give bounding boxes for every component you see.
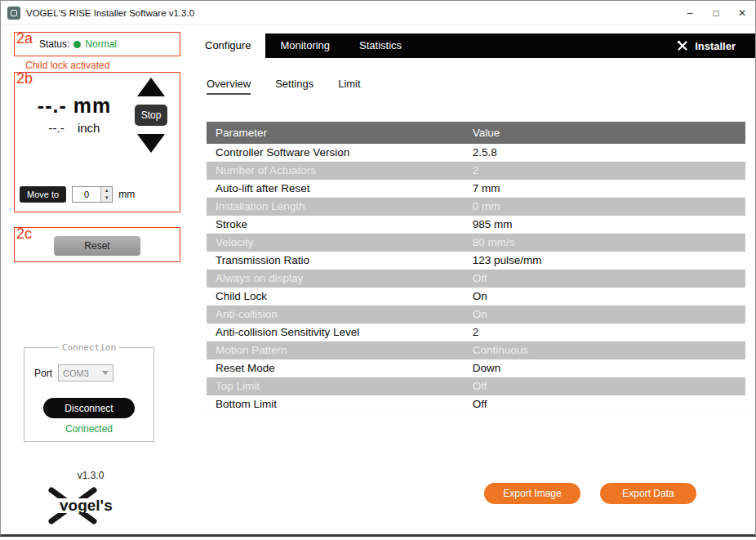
- minimize-button[interactable]: –: [677, 1, 703, 25]
- move-to-button[interactable]: Move to: [20, 186, 66, 203]
- parameter-value: On: [465, 288, 745, 305]
- connection-legend: Connection: [59, 342, 119, 353]
- jog-up-button[interactable]: [137, 78, 165, 96]
- position-mm-value: --.-: [38, 94, 67, 117]
- table-row: Velocity80 mm/s: [207, 234, 745, 252]
- tab-configure[interactable]: Configure: [190, 33, 265, 58]
- parameter-name: Controller Software Version: [207, 144, 465, 161]
- sub-tabs: OverviewSettingsLimit: [207, 78, 361, 95]
- jog-down-button[interactable]: [137, 134, 165, 153]
- reset-button[interactable]: Reset: [54, 236, 140, 256]
- parameter-name: Installation Length: [207, 198, 465, 216]
- parameter-name: Anti-collision Sensitivity Level: [207, 324, 465, 341]
- connection-group: Connection Port COM3 Disconnect Connecte…: [24, 342, 154, 442]
- main-panel: ConfigureMonitoringStatistics Installer …: [190, 25, 755, 533]
- parameter-value: 80 mm/s: [465, 234, 745, 252]
- parameter-value: Down: [465, 359, 745, 377]
- status-row: Status: Normal: [15, 33, 180, 56]
- subtab-limit[interactable]: Limit: [338, 78, 360, 95]
- parameter-value: 2: [465, 162, 745, 180]
- position-readout: --.- mm --.- inch: [20, 94, 129, 135]
- parameter-name: Always on display: [207, 270, 465, 288]
- tab-statistics[interactable]: Statistics: [345, 33, 416, 58]
- parameter-value: 123 pulse/mm: [465, 252, 745, 269]
- annotation-2b: 2b --.- mm --.- inch Stop: [14, 72, 180, 212]
- child-lock-notice: Child lock activated: [25, 60, 109, 71]
- disconnect-button[interactable]: Disconnect: [43, 398, 135, 418]
- parameter-value: On: [465, 306, 745, 324]
- table-row: Controller Software Version2.5.8: [207, 144, 745, 162]
- spin-up-icon[interactable]: ▲: [101, 187, 112, 194]
- parameter-name: Stroke: [207, 216, 465, 233]
- maximize-button[interactable]: □: [703, 1, 729, 25]
- table-row: Always on displayOff: [207, 270, 745, 288]
- move-to-value-input[interactable]: [73, 187, 100, 202]
- header-parameter: Parameter: [207, 122, 465, 144]
- tab-monitoring[interactable]: Monitoring: [265, 33, 345, 58]
- export-actions: Export Image Export Data: [484, 483, 696, 504]
- parameter-value: Off: [465, 377, 745, 395]
- installer-label: Installer: [695, 40, 736, 52]
- parameter-name: Motion Pattern: [207, 341, 465, 359]
- table-row: Stroke985 mm: [207, 216, 745, 234]
- spin-down-icon[interactable]: ▼: [101, 194, 112, 202]
- position-inch-value: --.-: [49, 121, 64, 135]
- table-header: Parameter Value: [207, 122, 745, 144]
- installer-tools-icon: [676, 39, 689, 52]
- header-value: Value: [465, 122, 745, 144]
- app-version: v1.3.0: [1, 470, 180, 481]
- parameter-name: Auto-lift after Reset: [207, 180, 465, 197]
- annotation-2a-label: 2a: [16, 31, 33, 47]
- table-row: Bottom LimitOff: [207, 395, 745, 413]
- close-button[interactable]: ✕: [729, 1, 755, 25]
- port-value: COM3: [63, 368, 89, 378]
- table-row: Motion PatternContinuous: [207, 341, 745, 359]
- table-row: Anti-collisionOn: [207, 306, 745, 324]
- top-nav: ConfigureMonitoringStatistics Installer: [190, 33, 755, 58]
- app-window: VOGEL'S RISE Installer Software v1.3.0 –…: [0, 0, 756, 537]
- parameter-value: Off: [465, 270, 745, 288]
- move-to-stepper[interactable]: ▲ ▼: [72, 186, 113, 203]
- parameter-table: Parameter Value Controller Software Vers…: [207, 122, 745, 413]
- status-label: Status:: [39, 38, 69, 50]
- parameter-name: Child Lock: [207, 288, 465, 305]
- annotation-2c: 2c Reset: [14, 227, 180, 262]
- move-to-unit: mm: [118, 189, 135, 200]
- port-label: Port: [34, 368, 52, 379]
- subtab-settings[interactable]: Settings: [275, 78, 314, 95]
- parameter-name: Transmission Ratio: [207, 252, 465, 269]
- parameter-value: 0 mm: [465, 198, 745, 216]
- parameter-name: Top Limit: [207, 377, 465, 395]
- annotation-2b-label: 2b: [16, 71, 33, 87]
- vogels-logo: vogel's: [43, 484, 135, 530]
- title-bar: VOGEL'S RISE Installer Software v1.3.0 –…: [1, 1, 755, 25]
- chevron-down-icon: [102, 371, 109, 375]
- port-select[interactable]: COM3: [58, 364, 113, 382]
- logo-wordmark: vogel's: [60, 497, 113, 514]
- app-icon: [7, 7, 20, 20]
- annotation-2c-label: 2c: [16, 226, 32, 243]
- table-row: Top LimitOff: [207, 377, 745, 395]
- table-row: Anti-collision Sensitivity Level2: [207, 324, 745, 341]
- parameter-name: Anti-collision: [207, 306, 465, 324]
- table-row: Child LockOn: [207, 288, 745, 306]
- parameter-name: Bottom Limit: [207, 395, 465, 413]
- parameter-value: 985 mm: [465, 216, 745, 233]
- parameter-value: 7 mm: [465, 180, 745, 197]
- position-inch-unit: inch: [78, 121, 100, 135]
- status-dot-icon: [73, 41, 81, 48]
- table-row: Auto-lift after Reset7 mm: [207, 180, 745, 198]
- parameter-value: 2.5.8: [465, 144, 745, 161]
- position-mm-unit: mm: [73, 94, 111, 117]
- table-row: Transmission Ratio123 pulse/mm: [207, 252, 745, 270]
- parameter-name: Reset Mode: [207, 359, 465, 377]
- export-data-button[interactable]: Export Data: [600, 483, 696, 504]
- status-value: Normal: [85, 38, 117, 50]
- installer-badge: Installer: [676, 33, 755, 58]
- subtab-overview[interactable]: Overview: [207, 78, 251, 95]
- stop-button[interactable]: Stop: [135, 105, 167, 126]
- table-row: Number of Actuators2: [207, 162, 745, 180]
- table-row: Reset ModeDown: [207, 359, 745, 377]
- export-image-button[interactable]: Export Image: [484, 483, 580, 504]
- window-title: VOGEL'S RISE Installer Software v1.3.0: [26, 8, 194, 18]
